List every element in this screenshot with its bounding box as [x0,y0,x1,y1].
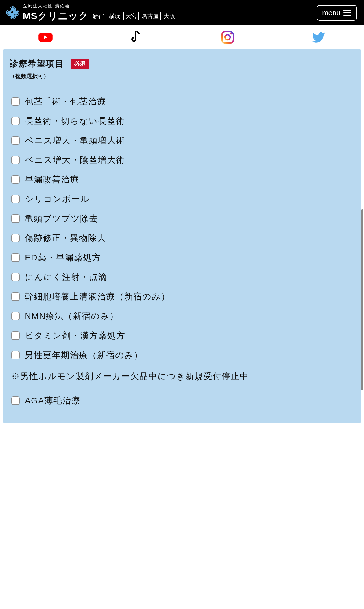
checkbox[interactable] [11,175,20,184]
checkbox-label: ビタミン剤・漢方薬処方 [25,330,125,341]
location-badge: 横浜 [107,12,122,20]
logo-name: MSクリニック [23,10,88,23]
checkbox-item[interactable]: NMN療法（新宿のみ） [11,310,353,321]
checkbox-label: ペニス増大・亀頭増大術 [25,135,125,146]
checkbox[interactable] [11,312,20,320]
instagram-icon [220,30,235,45]
checkbox-item[interactable]: 包茎手術・包茎治療 [11,96,353,107]
content-area: 診療希望項目 必須 （複数選択可） 包茎手術・包茎治療長茎術・切らない長茎術ペニ… [0,49,364,423]
checkbox-label: 傷跡修正・異物除去 [25,232,106,243]
svg-point-4 [11,7,15,11]
menu-label: menu [322,8,341,17]
twitter-link[interactable] [273,25,364,49]
section-header: 診療希望項目 必須 （複数選択可） [3,49,361,86]
checkbox-item[interactable]: ビタミン剤・漢方薬処方 [11,330,353,341]
svg-point-7 [14,11,18,15]
logo-icon [6,6,20,20]
checkbox-list: 包茎手術・包茎治療長茎術・切らない長茎術ペニス増大・亀頭増大術ペニス増大・陰茎増… [3,86,361,423]
checkbox-label: NMN療法（新宿のみ） [25,310,119,321]
location-badge: 名古屋 [140,12,161,20]
checkbox[interactable] [11,97,20,106]
hamburger-icon [343,10,351,16]
checkbox[interactable] [11,253,20,262]
svg-point-10 [225,35,230,40]
checkbox[interactable] [11,396,20,405]
svg-point-6 [7,11,11,15]
site-header: 医療法人社団 清佑会 MSクリニック 新宿横浜大宮名古屋大阪 menu [0,0,364,25]
form-section: 診療希望項目 必須 （複数選択可） 包茎手術・包茎治療長茎術・切らない長茎術ペニ… [3,49,361,423]
youtube-icon [38,30,53,45]
checkbox[interactable] [11,292,20,301]
social-bar [0,25,364,49]
checkbox-item[interactable]: 傷跡修正・異物除去 [11,232,353,243]
instagram-link[interactable] [182,25,273,49]
checkbox-label: 幹細胞培養上清液治療（新宿のみ） [25,291,170,302]
menu-button[interactable]: menu [317,5,357,21]
required-badge: 必須 [71,59,89,69]
checkbox-label: シリコンボール [25,193,90,204]
location-badge: 新宿 [91,12,106,20]
checkbox-item[interactable]: 亀頭ブツブツ除去 [11,213,353,224]
checkbox-item[interactable]: ED薬・早漏薬処方 [11,252,353,263]
checkbox-label: 男性更年期治療（新宿のみ） [25,349,143,360]
checkbox[interactable] [11,195,20,203]
checkbox[interactable] [11,156,20,164]
checkbox-item[interactable]: ペニス増大・亀頭増大術 [11,135,353,146]
checkbox-label: ED薬・早漏薬処方 [25,252,101,263]
checkbox-label: 長茎術・切らない長茎術 [25,115,125,126]
location-badge: 大宮 [123,12,139,20]
checkbox-item[interactable]: 早漏改善治療 [11,174,353,185]
checkbox[interactable] [11,234,20,242]
checkbox[interactable] [11,214,20,223]
section-title: 診療希望項目 [10,58,64,70]
section-subtitle: （複数選択可） [10,72,354,80]
checkbox-label: AGA薄毛治療 [25,395,80,406]
checkbox-label: ペニス増大・陰茎増大術 [25,154,125,165]
tiktok-link[interactable] [91,25,182,49]
checkbox-item[interactable]: シリコンボール [11,193,353,204]
twitter-icon [311,30,326,45]
checkbox[interactable] [11,117,20,125]
checkbox-item[interactable]: 幹細胞培養上清液治療（新宿のみ） [11,291,353,302]
checkbox-item[interactable]: 長茎術・切らない長茎術 [11,115,353,126]
checkbox-label: にんにく注射・点滴 [25,271,107,282]
location-badges: 新宿横浜大宮名古屋大阪 [91,12,177,20]
checkbox-label: 亀頭ブツブツ除去 [25,213,98,224]
youtube-link[interactable] [0,25,91,49]
checkbox-item[interactable]: にんにく注射・点滴 [11,271,353,282]
checkbox[interactable] [11,351,20,359]
checkbox-label: 早漏改善治療 [25,174,79,185]
checkbox-item[interactable]: AGA薄毛治療 [11,395,353,406]
logo-subtitle: 医療法人社団 清佑会 [23,3,177,9]
checkbox[interactable] [11,331,20,340]
checkbox-label: 包茎手術・包茎治療 [25,96,106,107]
logo-area[interactable]: 医療法人社団 清佑会 MSクリニック 新宿横浜大宮名古屋大阪 [6,3,177,23]
location-badge: 大阪 [162,12,177,20]
checkbox-item[interactable]: 男性更年期治療（新宿のみ） [11,349,353,360]
svg-point-5 [11,14,15,18]
svg-point-11 [230,33,232,34]
checkbox[interactable] [11,273,20,281]
note-text: ※男性ホルモン製剤メーカー欠品中につき新規受付停止中 [11,366,353,386]
checkbox-item[interactable]: ペニス増大・陰茎増大術 [11,154,353,165]
tiktok-icon [129,30,144,45]
checkbox[interactable] [11,136,20,145]
scrollbar[interactable] [361,209,363,390]
